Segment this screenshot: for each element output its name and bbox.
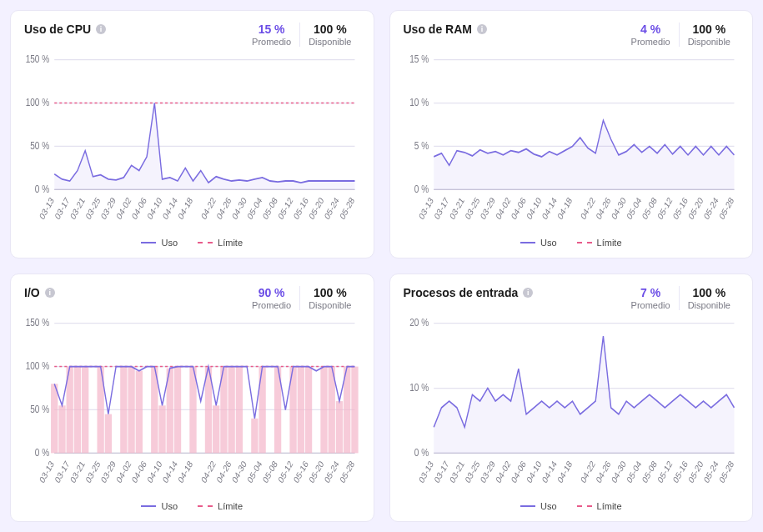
svg-text:03-13: 03-13 bbox=[38, 459, 56, 484]
stat-average: 4 % Promedio bbox=[623, 23, 679, 47]
legend-usage-swatch bbox=[141, 505, 156, 507]
card-title: Uso de RAM i bbox=[404, 23, 487, 36]
chart-legend: Uso Límite bbox=[404, 234, 740, 249]
svg-rect-92 bbox=[298, 367, 304, 454]
svg-text:04-22: 04-22 bbox=[199, 459, 217, 484]
legend-usage-label: Uso bbox=[161, 501, 178, 511]
card-title: Uso de CPU i bbox=[24, 23, 106, 36]
info-icon[interactable]: i bbox=[45, 288, 55, 298]
svg-text:05-16: 05-16 bbox=[671, 459, 689, 484]
svg-text:03-17: 03-17 bbox=[432, 459, 449, 484]
svg-text:04-22: 04-22 bbox=[579, 459, 596, 484]
svg-text:150 %: 150 % bbox=[26, 317, 50, 328]
svg-rect-69 bbox=[58, 405, 65, 453]
svg-rect-93 bbox=[305, 367, 312, 454]
svg-text:03-29: 03-29 bbox=[479, 195, 496, 221]
svg-text:03-21: 03-21 bbox=[68, 459, 86, 484]
legend-usage: Uso bbox=[520, 501, 557, 511]
stat-available-label: Disponible bbox=[309, 37, 351, 47]
svg-rect-84 bbox=[213, 405, 219, 453]
svg-rect-75 bbox=[120, 367, 127, 454]
legend-limit-swatch bbox=[577, 505, 592, 507]
svg-text:05-04: 05-04 bbox=[246, 195, 264, 221]
stat-average-label: Promedio bbox=[252, 300, 291, 310]
svg-rect-98 bbox=[351, 367, 358, 454]
svg-text:50 %: 50 % bbox=[30, 404, 49, 414]
svg-text:04-26: 04-26 bbox=[215, 459, 233, 484]
svg-text:100 %: 100 % bbox=[26, 360, 50, 371]
svg-text:05-20: 05-20 bbox=[308, 459, 325, 484]
svg-text:04-18: 04-18 bbox=[177, 459, 194, 484]
svg-text:05-24: 05-24 bbox=[702, 459, 720, 484]
svg-text:04-14: 04-14 bbox=[540, 459, 558, 484]
svg-text:10 %: 10 % bbox=[409, 97, 429, 108]
legend-limit-label: Límite bbox=[218, 238, 243, 248]
svg-text:04-30: 04-30 bbox=[610, 459, 627, 484]
stat-average-label: Promedio bbox=[631, 300, 670, 310]
svg-rect-86 bbox=[228, 367, 235, 454]
svg-rect-77 bbox=[136, 371, 143, 454]
svg-text:05-12: 05-12 bbox=[655, 459, 673, 484]
info-icon[interactable]: i bbox=[477, 24, 487, 34]
svg-text:04-22: 04-22 bbox=[199, 195, 217, 221]
card-stats: 15 % Promedio 100 % Disponible bbox=[243, 23, 359, 47]
legend-limit: Límite bbox=[198, 238, 243, 248]
card-title: Procesos de entrada i bbox=[404, 286, 534, 299]
chart-legend: Uso Límite bbox=[24, 234, 360, 249]
svg-text:05-20: 05-20 bbox=[686, 195, 704, 221]
svg-text:04-10: 04-10 bbox=[146, 195, 163, 221]
svg-text:04-10: 04-10 bbox=[525, 195, 542, 221]
svg-rect-71 bbox=[74, 367, 81, 454]
svg-text:03-25: 03-25 bbox=[463, 195, 480, 221]
stat-average: 7 % Promedio bbox=[623, 286, 679, 310]
svg-text:04-18: 04-18 bbox=[177, 195, 194, 221]
svg-text:05-20: 05-20 bbox=[686, 459, 704, 484]
svg-text:03-17: 03-17 bbox=[53, 459, 71, 484]
chart-area: 0 %10 %20 %03-1303-1703-2103-2503-2904-0… bbox=[404, 317, 740, 498]
svg-text:04-02: 04-02 bbox=[494, 459, 511, 484]
card-header: Uso de RAM i 4 % Promedio 100 % Disponib… bbox=[404, 23, 740, 47]
legend-limit: Límite bbox=[577, 501, 622, 511]
svg-rect-79 bbox=[158, 405, 165, 453]
metric-card-ram: Uso de RAM i 4 % Promedio 100 % Disponib… bbox=[389, 10, 754, 258]
svg-text:04-02: 04-02 bbox=[115, 459, 133, 484]
stat-available: 100 % Disponible bbox=[679, 286, 739, 310]
svg-text:04-18: 04-18 bbox=[555, 195, 573, 221]
chart-legend: Uso Límite bbox=[24, 498, 360, 513]
svg-text:03-25: 03-25 bbox=[463, 459, 480, 484]
svg-text:03-25: 03-25 bbox=[84, 459, 102, 484]
info-icon[interactable]: i bbox=[96, 24, 106, 34]
stat-available-value: 100 % bbox=[309, 286, 351, 299]
svg-text:05-20: 05-20 bbox=[308, 195, 325, 221]
svg-text:04-10: 04-10 bbox=[525, 459, 542, 484]
svg-text:05-24: 05-24 bbox=[323, 195, 340, 221]
legend-limit-label: Límite bbox=[597, 501, 622, 511]
stat-available: 100 % Disponible bbox=[299, 286, 359, 310]
svg-text:05-24: 05-24 bbox=[323, 459, 340, 484]
svg-text:05-08: 05-08 bbox=[640, 459, 658, 484]
svg-text:03-29: 03-29 bbox=[479, 459, 496, 484]
info-icon[interactable]: i bbox=[523, 288, 533, 298]
card-title: I/O i bbox=[24, 286, 55, 299]
svg-text:03-13: 03-13 bbox=[38, 195, 56, 221]
svg-text:10 %: 10 % bbox=[409, 382, 429, 393]
legend-limit-label: Límite bbox=[597, 238, 622, 248]
svg-text:05-12: 05-12 bbox=[277, 459, 294, 484]
svg-text:0 %: 0 % bbox=[414, 183, 428, 194]
svg-text:04-06: 04-06 bbox=[510, 195, 527, 221]
svg-rect-81 bbox=[174, 367, 181, 454]
chart-area: 0 %50 %100 %150 %03-1303-1703-2103-2503-… bbox=[24, 53, 360, 234]
svg-rect-76 bbox=[128, 367, 134, 454]
svg-text:0 %: 0 % bbox=[35, 447, 49, 458]
svg-text:15 %: 15 % bbox=[409, 53, 429, 64]
svg-text:05-12: 05-12 bbox=[277, 195, 294, 221]
card-stats: 4 % Promedio 100 % Disponible bbox=[623, 23, 739, 47]
svg-text:05-28: 05-28 bbox=[717, 459, 735, 484]
chart-svg: 0 %10 %20 %03-1303-1703-2103-2503-2904-0… bbox=[404, 317, 740, 498]
svg-text:04-02: 04-02 bbox=[115, 195, 133, 221]
chart-svg: 0 %5 %10 %15 %03-1303-1703-2103-2503-290… bbox=[404, 53, 740, 234]
svg-text:04-30: 04-30 bbox=[230, 195, 248, 221]
card-header: Procesos de entrada i 7 % Promedio 100 %… bbox=[404, 286, 740, 310]
card-title-text: Uso de CPU bbox=[24, 23, 91, 36]
svg-text:04-30: 04-30 bbox=[610, 195, 627, 221]
